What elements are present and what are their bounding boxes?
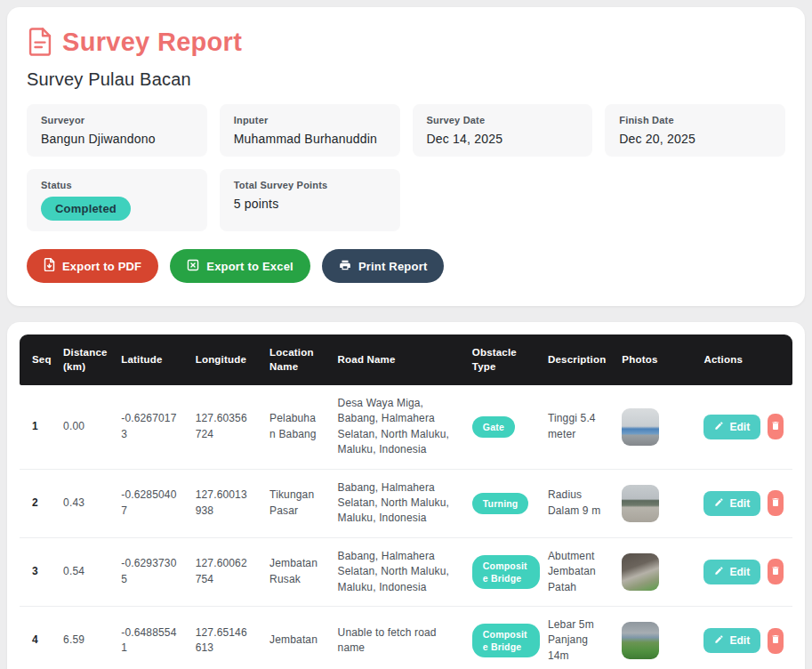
export-excel-button[interactable]: Export to Excel xyxy=(170,249,310,283)
edit-button-label: Edit xyxy=(729,634,750,647)
location-cell: Jembatan xyxy=(261,607,328,669)
edit-button[interactable]: Edit xyxy=(703,628,760,653)
status-field: Status Completed xyxy=(27,169,207,231)
seq-cell: 1 xyxy=(20,385,54,470)
inputer-label: Inputer xyxy=(234,115,386,125)
pencil-icon xyxy=(714,566,724,578)
surveyor-field: Surveyor Bangun Djiwandono xyxy=(27,104,207,157)
survey-date-field: Survey Date Dec 14, 2025 xyxy=(413,104,593,157)
latitude-cell: -0.62850407 xyxy=(112,470,186,538)
export-pdf-label: Export to PDF xyxy=(62,260,141,273)
distance-cell: 6.59 xyxy=(54,607,112,669)
print-report-button[interactable]: Print Report xyxy=(322,249,445,283)
table-header-row: Seq Distance (km) Latitude Longitude Loc… xyxy=(20,334,792,385)
trash-icon xyxy=(770,420,781,434)
col-seq: Seq xyxy=(20,334,54,385)
col-photos: Photos xyxy=(613,334,695,385)
longitude-cell: 127.60356724 xyxy=(187,385,261,470)
road-curve-photo[interactable] xyxy=(622,485,659,522)
obstacle-type-badge: Composite Bridge xyxy=(472,624,540,657)
finish-date-value: Dec 20, 2025 xyxy=(619,132,771,146)
surveyor-label: Surveyor xyxy=(41,115,193,125)
pdf-file-icon xyxy=(44,258,55,274)
edit-button[interactable]: Edit xyxy=(703,415,760,439)
road-cell: Desa Waya Miga, Babang, Halmahera Selata… xyxy=(329,385,463,470)
road-cell: Unable to fetch road name xyxy=(329,607,463,669)
seq-cell: 2 xyxy=(20,470,54,538)
edit-button-label: Edit xyxy=(729,421,750,433)
obstacle-type-badge: Gate xyxy=(472,416,515,438)
edit-button[interactable]: Edit xyxy=(703,560,760,584)
document-icon xyxy=(27,27,53,57)
total-points-field: Total Survey Points 5 points xyxy=(220,169,400,231)
col-road: Road Name xyxy=(329,334,463,385)
delete-button[interactable] xyxy=(768,628,784,654)
location-cell: Tikungan Pasar xyxy=(261,470,328,538)
delete-button[interactable] xyxy=(768,490,784,516)
pencil-icon xyxy=(714,497,724,510)
pencil-icon xyxy=(714,421,724,433)
description-cell: Tinggi 5.4 meter xyxy=(539,385,613,470)
distance-cell: 0.00 xyxy=(54,385,112,470)
delete-button[interactable] xyxy=(768,559,784,584)
edit-button-label: Edit xyxy=(729,497,750,510)
col-location: Location Name xyxy=(261,334,328,385)
col-longitude: Longitude xyxy=(187,334,261,385)
table-row: 2 0.43 -0.62850407 127.60013938 Tikungan… xyxy=(20,470,792,538)
obstacle-type-badge: Turning xyxy=(472,493,529,514)
seq-cell: 4 xyxy=(20,607,54,669)
export-pdf-button[interactable]: Export to PDF xyxy=(27,249,158,283)
table-row: 3 0.54 -0.62937305 127.60062754 Jembatan… xyxy=(20,538,792,607)
col-obstacle: Obstacle Type xyxy=(463,334,539,385)
status-label: Status xyxy=(41,180,193,190)
latitude-cell: -0.64885541 xyxy=(112,607,186,669)
harbor-gate-photo[interactable] xyxy=(622,408,659,446)
col-description: Description xyxy=(539,334,613,385)
broken-bridge-photo[interactable] xyxy=(622,553,659,591)
printer-icon xyxy=(339,259,351,274)
excel-file-icon xyxy=(187,259,199,274)
col-latitude: Latitude xyxy=(112,334,186,385)
status-badge: Completed xyxy=(41,197,131,221)
latitude-cell: -0.62937305 xyxy=(112,538,186,607)
bridge-vegetation-photo[interactable] xyxy=(622,622,659,659)
edit-button[interactable]: Edit xyxy=(703,491,760,516)
total-points-label: Total Survey Points xyxy=(234,180,386,190)
location-cell: Jembatan Rusak xyxy=(261,538,328,607)
finish-date-field: Finish Date Dec 20, 2025 xyxy=(605,104,785,157)
table-row: 4 6.59 -0.64885541 127.65146613 Jembatan… xyxy=(20,607,792,669)
latitude-cell: -0.62670173 xyxy=(112,385,186,470)
trash-icon xyxy=(770,565,781,579)
trash-icon xyxy=(770,496,781,511)
finish-date-label: Finish Date xyxy=(619,115,771,125)
title-row: Survey Report xyxy=(27,27,785,57)
distance-cell: 0.54 xyxy=(54,538,112,607)
description-cell: Lebar 5m Panjang 14m xyxy=(539,607,613,669)
pencil-icon xyxy=(714,634,724,647)
obstacle-type-badge: Composite Bridge xyxy=(472,555,540,589)
description-cell: Abutment Jembatan Patah xyxy=(539,538,613,607)
longitude-cell: 127.60062754 xyxy=(187,538,261,607)
location-cell: Pelabuhan Babang xyxy=(261,385,328,470)
survey-date-value: Dec 14, 2025 xyxy=(427,132,579,146)
col-distance: Distance (km) xyxy=(54,334,112,385)
survey-points-table: Seq Distance (km) Latitude Longitude Loc… xyxy=(20,334,792,669)
report-summary-card: Survey Report Survey Pulau Bacan Surveyo… xyxy=(7,7,805,306)
export-excel-label: Export to Excel xyxy=(206,260,293,273)
description-cell: Radius Dalam 9 m xyxy=(539,470,613,538)
export-toolbar: Export to PDF Export to Excel Print Repo… xyxy=(27,249,785,283)
survey-name: Survey Pulau Bacan xyxy=(27,69,785,90)
trash-icon xyxy=(770,633,781,648)
seq-cell: 3 xyxy=(20,538,54,607)
fields-grid: Surveyor Bangun Djiwandono Inputer Muham… xyxy=(27,104,785,231)
distance-cell: 0.43 xyxy=(54,470,112,538)
longitude-cell: 127.60013938 xyxy=(187,470,261,538)
delete-button[interactable] xyxy=(768,414,784,439)
total-points-value: 5 points xyxy=(234,197,386,211)
page-title: Survey Report xyxy=(62,28,242,57)
road-cell: Babang, Halmahera Selatan, North Maluku,… xyxy=(329,470,463,538)
surveyor-value: Bangun Djiwandono xyxy=(41,132,193,146)
table-row: 1 0.00 -0.62670173 127.60356724 Pelabuha… xyxy=(20,385,792,470)
survey-date-label: Survey Date xyxy=(427,115,579,125)
inputer-value: Muhammad Burhanuddin xyxy=(234,132,386,146)
